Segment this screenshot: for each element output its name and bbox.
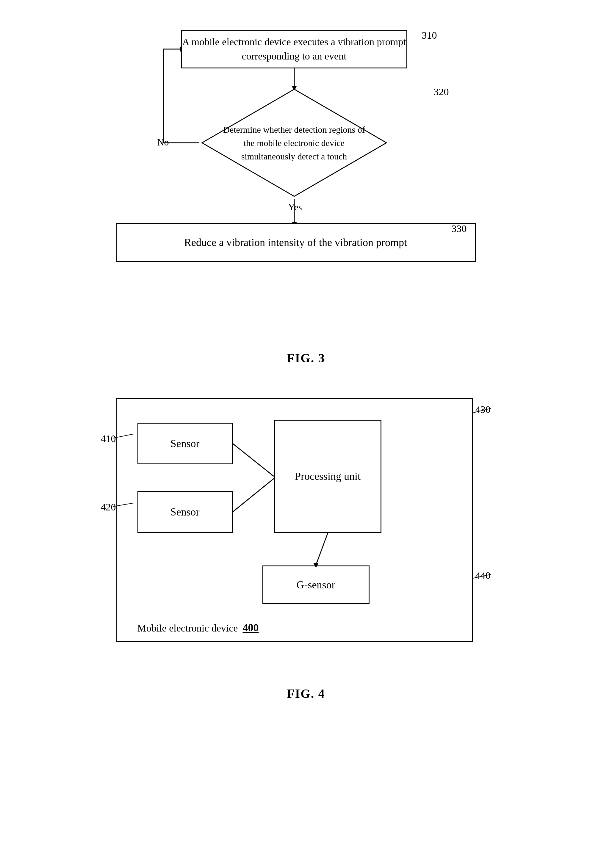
fig3-section: A mobile electronic device executes a vi… — [24, 18, 588, 365]
box-330-text: Reduce a vibration intensity of the vibr… — [184, 236, 407, 249]
device-number: 400 — [242, 622, 259, 634]
processing-unit-label: Processing unit — [295, 470, 361, 482]
sensor-420-box: Sensor — [138, 491, 232, 533]
block-diagram-fig4: Sensor Sensor Processing unit G-sensor M… — [98, 389, 514, 680]
page-container: A mobile electronic device executes a vi… — [0, 0, 612, 719]
svg-line-9 — [232, 443, 274, 476]
gsensor-label: G-sensor — [297, 578, 335, 591]
box-310-text: A mobile electronic device executes a vi… — [182, 35, 406, 63]
label-420: 420 — [101, 502, 116, 513]
label-yes: Yes — [288, 202, 302, 213]
box-330: Reduce a vibration intensity of the vibr… — [116, 223, 476, 262]
processing-unit-box: Processing unit — [274, 420, 381, 533]
box-310: A mobile electronic device executes a vi… — [181, 30, 407, 68]
sensor-410-box: Sensor — [138, 423, 232, 464]
device-label-text: Mobile electronic device — [138, 623, 238, 634]
label-320: 320 — [434, 86, 449, 98]
label-430: 430 — [476, 404, 491, 415]
sensor-420-label: Sensor — [170, 506, 200, 518]
gsensor-box: G-sensor — [262, 566, 370, 604]
diamond-320: Determine whether detection regions of t… — [199, 86, 389, 199]
diamond-320-text: Determine whether detection regions of t… — [220, 123, 369, 163]
fig4-section: Sensor Sensor Processing unit G-sensor M… — [24, 389, 588, 701]
label-no: No — [157, 137, 169, 148]
svg-line-13 — [316, 533, 328, 565]
label-410: 410 — [101, 433, 116, 445]
flowchart-fig3: A mobile electronic device executes a vi… — [98, 18, 514, 345]
outer-boundary-box: Sensor Sensor Processing unit G-sensor M… — [116, 398, 473, 642]
svg-line-11 — [232, 479, 274, 512]
label-330: 330 — [452, 223, 467, 234]
fig4-caption: FIG. 4 — [287, 687, 325, 701]
label-310: 310 — [422, 30, 437, 41]
sensor-410-label: Sensor — [170, 437, 200, 450]
device-label: Mobile electronic device 400 — [138, 622, 259, 634]
fig3-caption: FIG. 3 — [287, 351, 325, 365]
label-440: 440 — [476, 570, 491, 581]
